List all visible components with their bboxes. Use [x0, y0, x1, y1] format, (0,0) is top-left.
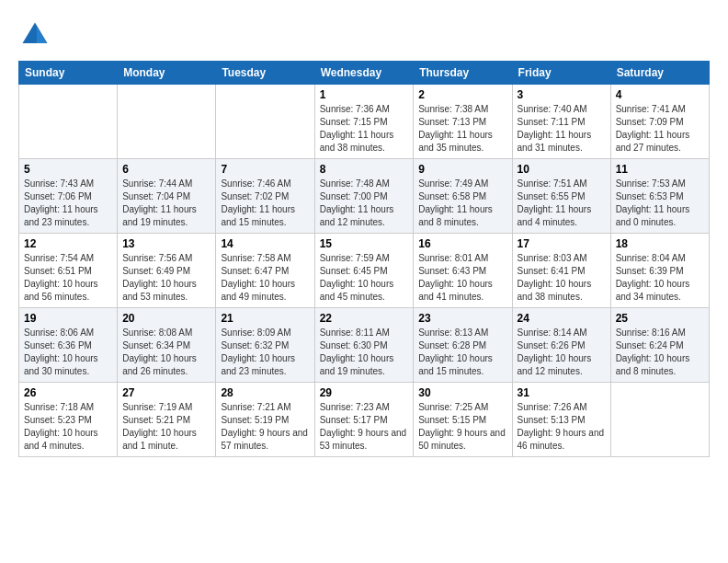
day-number: 11 [616, 163, 704, 176]
header-friday: Friday [512, 62, 610, 85]
calendar-week-5: 26Sunrise: 7:18 AM Sunset: 5:23 PM Dayli… [19, 383, 710, 457]
calendar-cell: 11Sunrise: 7:53 AM Sunset: 6:53 PM Dayli… [610, 159, 709, 234]
day-number: 22 [320, 312, 409, 325]
header-wednesday: Wednesday [314, 62, 414, 85]
day-number: 24 [518, 312, 606, 325]
day-info: Sunrise: 8:11 AM Sunset: 6:30 PM Dayligh… [320, 327, 409, 378]
day-number: 5 [24, 163, 112, 176]
day-number: 26 [24, 386, 112, 399]
day-info: Sunrise: 7:26 AM Sunset: 5:13 PM Dayligh… [518, 401, 606, 453]
day-number: 30 [418, 386, 506, 399]
day-number: 3 [518, 88, 606, 101]
calendar-cell: 20Sunrise: 8:08 AM Sunset: 6:34 PM Dayli… [118, 308, 216, 383]
calendar-cell: 15Sunrise: 7:59 AM Sunset: 6:45 PM Dayli… [314, 234, 414, 308]
page-header [18, 18, 710, 52]
calendar-cell: 14Sunrise: 7:58 AM Sunset: 6:47 PM Dayli… [216, 234, 314, 308]
calendar-cell [610, 383, 709, 457]
calendar-cell: 26Sunrise: 7:18 AM Sunset: 5:23 PM Dayli… [19, 383, 118, 457]
day-info: Sunrise: 7:25 AM Sunset: 5:15 PM Dayligh… [418, 401, 506, 453]
calendar-cell [19, 85, 118, 159]
calendar-cell: 10Sunrise: 7:51 AM Sunset: 6:55 PM Dayli… [512, 159, 610, 234]
day-info: Sunrise: 7:18 AM Sunset: 5:23 PM Dayligh… [24, 401, 112, 453]
calendar-cell: 30Sunrise: 7:25 AM Sunset: 5:15 PM Dayli… [414, 383, 512, 457]
calendar-cell: 24Sunrise: 8:14 AM Sunset: 6:26 PM Dayli… [512, 308, 610, 383]
calendar-week-2: 5Sunrise: 7:43 AM Sunset: 7:06 PM Daylig… [19, 159, 710, 234]
day-number: 27 [122, 386, 210, 399]
day-number: 15 [320, 237, 409, 250]
day-number: 4 [616, 88, 704, 101]
day-info: Sunrise: 8:09 AM Sunset: 6:32 PM Dayligh… [221, 327, 309, 378]
day-info: Sunrise: 7:51 AM Sunset: 6:55 PM Dayligh… [518, 178, 606, 229]
day-number: 19 [24, 312, 112, 325]
calendar-cell: 9Sunrise: 7:49 AM Sunset: 6:58 PM Daylig… [414, 159, 512, 234]
calendar-cell: 16Sunrise: 8:01 AM Sunset: 6:43 PM Dayli… [414, 234, 512, 308]
day-info: Sunrise: 7:44 AM Sunset: 7:04 PM Dayligh… [122, 178, 210, 229]
header-thursday: Thursday [414, 62, 512, 85]
calendar-cell: 31Sunrise: 7:26 AM Sunset: 5:13 PM Dayli… [512, 383, 610, 457]
day-info: Sunrise: 7:38 AM Sunset: 7:13 PM Dayligh… [418, 103, 506, 155]
day-info: Sunrise: 7:49 AM Sunset: 6:58 PM Dayligh… [418, 178, 506, 229]
calendar-cell: 4Sunrise: 7:41 AM Sunset: 7:09 PM Daylig… [610, 85, 709, 159]
day-number: 25 [616, 312, 704, 325]
calendar-cell: 17Sunrise: 8:03 AM Sunset: 6:41 PM Dayli… [512, 234, 610, 308]
calendar-cell: 3Sunrise: 7:40 AM Sunset: 7:11 PM Daylig… [512, 85, 610, 159]
day-info: Sunrise: 7:53 AM Sunset: 6:53 PM Dayligh… [616, 178, 704, 229]
header-tuesday: Tuesday [216, 62, 314, 85]
day-info: Sunrise: 7:23 AM Sunset: 5:17 PM Dayligh… [320, 401, 409, 453]
day-number: 29 [320, 386, 409, 399]
day-number: 7 [221, 163, 309, 176]
day-info: Sunrise: 7:48 AM Sunset: 7:00 PM Dayligh… [320, 178, 409, 229]
calendar-cell: 12Sunrise: 7:54 AM Sunset: 6:51 PM Dayli… [19, 234, 118, 308]
calendar-cell [216, 85, 314, 159]
calendar-cell: 6Sunrise: 7:44 AM Sunset: 7:04 PM Daylig… [118, 159, 216, 234]
day-info: Sunrise: 7:46 AM Sunset: 7:02 PM Dayligh… [221, 178, 309, 229]
day-number: 8 [320, 163, 409, 176]
calendar-cell: 1Sunrise: 7:36 AM Sunset: 7:15 PM Daylig… [314, 85, 414, 159]
calendar-header: SundayMondayTuesdayWednesdayThursdayFrid… [19, 62, 710, 85]
header-monday: Monday [118, 62, 216, 85]
calendar-table: SundayMondayTuesdayWednesdayThursdayFrid… [18, 61, 710, 457]
calendar-cell: 19Sunrise: 8:06 AM Sunset: 6:36 PM Dayli… [19, 308, 118, 383]
day-info: Sunrise: 7:36 AM Sunset: 7:15 PM Dayligh… [320, 103, 409, 155]
day-number: 1 [320, 88, 409, 101]
day-number: 18 [616, 237, 704, 250]
day-number: 12 [24, 237, 112, 250]
day-info: Sunrise: 7:56 AM Sunset: 6:49 PM Dayligh… [122, 252, 210, 304]
day-info: Sunrise: 8:01 AM Sunset: 6:43 PM Dayligh… [418, 252, 506, 304]
calendar-cell: 23Sunrise: 8:13 AM Sunset: 6:28 PM Dayli… [414, 308, 512, 383]
day-info: Sunrise: 8:03 AM Sunset: 6:41 PM Dayligh… [518, 252, 606, 304]
day-number: 31 [518, 386, 606, 399]
day-info: Sunrise: 8:08 AM Sunset: 6:34 PM Dayligh… [122, 327, 210, 378]
calendar-week-1: 1Sunrise: 7:36 AM Sunset: 7:15 PM Daylig… [19, 85, 710, 159]
calendar-cell: 21Sunrise: 8:09 AM Sunset: 6:32 PM Dayli… [216, 308, 314, 383]
day-number: 17 [518, 237, 606, 250]
calendar-cell: 8Sunrise: 7:48 AM Sunset: 7:00 PM Daylig… [314, 159, 414, 234]
day-info: Sunrise: 7:59 AM Sunset: 6:45 PM Dayligh… [320, 252, 409, 304]
day-info: Sunrise: 7:41 AM Sunset: 7:09 PM Dayligh… [616, 103, 704, 155]
day-number: 6 [122, 163, 210, 176]
day-info: Sunrise: 8:13 AM Sunset: 6:28 PM Dayligh… [418, 327, 506, 378]
day-number: 14 [221, 237, 309, 250]
day-info: Sunrise: 8:16 AM Sunset: 6:24 PM Dayligh… [616, 327, 704, 378]
calendar-week-3: 12Sunrise: 7:54 AM Sunset: 6:51 PM Dayli… [19, 234, 710, 308]
day-number: 9 [418, 163, 506, 176]
calendar-cell: 7Sunrise: 7:46 AM Sunset: 7:02 PM Daylig… [216, 159, 314, 234]
day-info: Sunrise: 7:43 AM Sunset: 7:06 PM Dayligh… [24, 178, 112, 229]
day-number: 20 [122, 312, 210, 325]
logo-icon [18, 18, 51, 52]
calendar-cell: 28Sunrise: 7:21 AM Sunset: 5:19 PM Dayli… [216, 383, 314, 457]
calendar-cell: 29Sunrise: 7:23 AM Sunset: 5:17 PM Dayli… [314, 383, 414, 457]
calendar-cell: 22Sunrise: 8:11 AM Sunset: 6:30 PM Dayli… [314, 308, 414, 383]
day-info: Sunrise: 8:06 AM Sunset: 6:36 PM Dayligh… [24, 327, 112, 378]
day-number: 10 [518, 163, 606, 176]
day-number: 2 [418, 88, 506, 101]
calendar-cell [118, 85, 216, 159]
calendar-cell: 18Sunrise: 8:04 AM Sunset: 6:39 PM Dayli… [610, 234, 709, 308]
day-info: Sunrise: 7:40 AM Sunset: 7:11 PM Dayligh… [518, 103, 606, 155]
calendar-week-4: 19Sunrise: 8:06 AM Sunset: 6:36 PM Dayli… [19, 308, 710, 383]
day-number: 28 [221, 386, 309, 399]
day-number: 23 [418, 312, 506, 325]
day-number: 16 [418, 237, 506, 250]
day-info: Sunrise: 7:21 AM Sunset: 5:19 PM Dayligh… [221, 401, 309, 453]
day-info: Sunrise: 8:04 AM Sunset: 6:39 PM Dayligh… [616, 252, 704, 304]
